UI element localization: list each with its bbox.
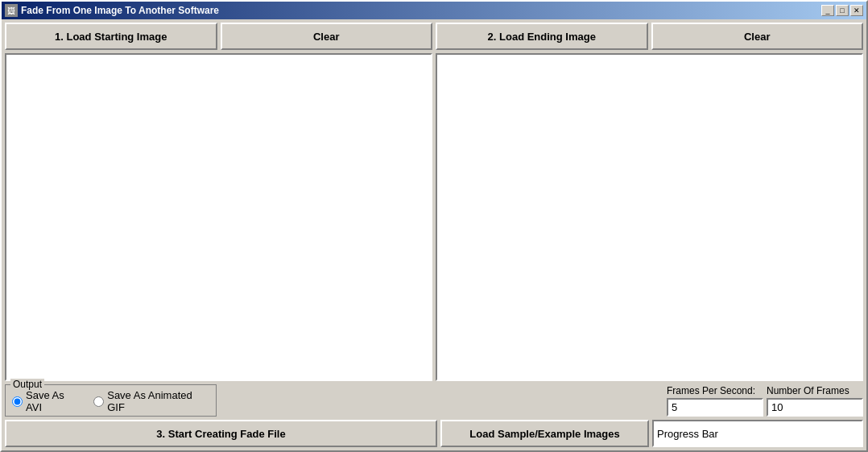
save-gif-label: Save As Animated GIF: [107, 389, 209, 413]
window-title: Fade From One Image To Another Software: [21, 5, 821, 16]
main-window: 🖼 Fade From One Image To Another Softwar…: [0, 0, 868, 452]
nof-field: Number Of Frames: [767, 385, 863, 417]
minimize-button[interactable]: _: [821, 5, 834, 16]
output-legend: Output: [10, 379, 44, 390]
clear-left-button[interactable]: Clear: [221, 23, 433, 50]
save-gif-radio[interactable]: [93, 396, 104, 407]
app-icon: 🖼: [5, 4, 18, 17]
load-start-button[interactable]: 1. Load Starting Image: [5, 23, 217, 50]
ending-image-panel: [436, 53, 863, 381]
clear-right-button[interactable]: Clear: [651, 23, 864, 50]
sample-button[interactable]: Load Sample/Example Images: [440, 420, 649, 447]
save-format-group: Save As AVI Save As Animated GIF: [12, 390, 209, 413]
progress-bar: Progress Bar: [652, 420, 863, 447]
toolbar: 1. Load Starting Image Clear 2. Load End…: [5, 23, 863, 50]
close-button[interactable]: ✕: [850, 5, 863, 16]
load-end-button[interactable]: 2. Load Ending Image: [436, 23, 648, 50]
start-button[interactable]: 3. Start Creating Fade File: [5, 420, 437, 447]
content-area: 1. Load Starting Image Clear 2. Load End…: [2, 19, 866, 450]
save-avi-radio[interactable]: [12, 396, 23, 407]
nof-input[interactable]: [767, 398, 863, 417]
fps-label: Frames Per Second:: [667, 385, 763, 396]
save-avi-label: Save As AVI: [26, 389, 81, 413]
fps-field: Frames Per Second:: [667, 385, 763, 417]
fps-input[interactable]: [667, 398, 763, 417]
bottom-controls-row1: Output Save As AVI Save As Animated GIF …: [5, 384, 863, 417]
title-bar: 🖼 Fade From One Image To Another Softwar…: [2, 2, 866, 19]
action-row: 3. Start Creating Fade File Load Sample/…: [5, 420, 863, 447]
output-group: Output Save As AVI Save As Animated GIF: [5, 384, 217, 417]
window-controls: _ □ ✕: [821, 5, 863, 16]
maximize-button[interactable]: □: [836, 5, 849, 16]
save-gif-option[interactable]: Save As Animated GIF: [93, 389, 209, 413]
nof-label: Number Of Frames: [767, 385, 863, 396]
image-panels: [5, 53, 863, 381]
starting-image-panel: [5, 53, 432, 381]
save-avi-option[interactable]: Save As AVI: [12, 389, 81, 413]
